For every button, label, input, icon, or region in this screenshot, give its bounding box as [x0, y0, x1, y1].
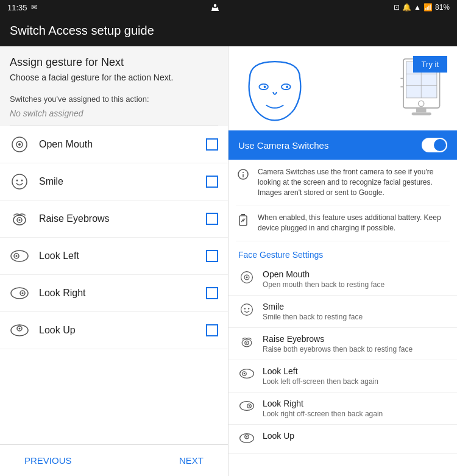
face-illustration — [238, 56, 311, 123]
status-left: 11:35 ✉ — [7, 3, 37, 12]
svg-rect-31 — [416, 108, 427, 112]
fgs-item-smile[interactable]: Smile Smile then back to resting face — [228, 296, 457, 328]
svg-point-45 — [248, 308, 249, 309]
look-up-label: Look Up — [39, 325, 206, 336]
look-right-checkbox[interactable] — [206, 287, 218, 299]
battery-info-icon — [236, 214, 250, 229]
svg-point-2 — [217, 7, 219, 9]
raise-eyebrows-icon — [10, 209, 29, 229]
svg-point-54 — [249, 405, 250, 407]
status-time: 11:35 — [7, 3, 27, 12]
fgs-look-right-desc: Look right off-screen then back again — [263, 410, 383, 418]
gesture-item-look-left[interactable]: Look Left — [0, 238, 228, 275]
svg-point-22 — [264, 86, 266, 88]
status-bar: 11:35 ✉ ⊡ 🔔 ▲ 📶 81% — [0, 0, 457, 15]
signal-icon: 📶 — [423, 3, 433, 12]
svg-point-17 — [22, 293, 24, 294]
fgs-look-up-name: Look Up — [263, 431, 294, 441]
main-row: Assign gesture for Next Choose a facial … — [0, 46, 457, 476]
app-title: Switch Access setup guide — [10, 24, 154, 38]
left-panel: Assign gesture for Next Choose a facial … — [0, 46, 228, 476]
fgs-item-look-right[interactable]: Look Right Look right off-screen then ba… — [228, 393, 457, 425]
assign-subtitle: Choose a facial gesture for the action N… — [10, 73, 218, 82]
svg-point-12 — [11, 250, 28, 261]
svg-point-23 — [282, 84, 291, 90]
fgs-item-look-left[interactable]: Look Left Look left off-screen then back… — [228, 360, 457, 393]
smile-checkbox[interactable] — [206, 176, 218, 188]
wifi-icon: ▲ — [414, 3, 421, 12]
fgs-item-look-up[interactable]: Look Up — [228, 425, 457, 454]
look-right-label: Look Right — [39, 288, 206, 299]
info-section: Camera Switches use the front camera to … — [228, 160, 457, 241]
open-mouth-checkbox[interactable] — [206, 138, 218, 151]
gesture-item-look-right[interactable]: Look Right — [0, 275, 228, 312]
switches-label: Switches you've assigned to this action: — [0, 87, 228, 106]
fgs-look-up-icon — [238, 432, 255, 447]
fgs-item-open-mouth[interactable]: Open Mouth Open mouth then back to resti… — [228, 263, 457, 296]
camera-toggle-bar[interactable]: Use Camera Switches — [228, 130, 457, 160]
svg-rect-32 — [412, 113, 431, 116]
next-button[interactable]: Next — [169, 450, 213, 471]
svg-point-49 — [240, 369, 254, 378]
svg-point-11 — [19, 219, 21, 221]
svg-point-0 — [214, 4, 217, 7]
gesture-item-open-mouth[interactable]: Open Mouth — [0, 126, 228, 163]
fgs-list: Open Mouth Open mouth then back to resti… — [228, 263, 457, 454]
smile-label: Smile — [39, 176, 206, 187]
gesture-item-look-up[interactable]: Look Up — [0, 312, 228, 349]
camera-info-text: Camera Switches use the front camera to … — [258, 167, 450, 197]
camera-info-row: Camera Switches use the front camera to … — [236, 160, 450, 205]
fgs-open-mouth-text: Open Mouth Open mouth then back to resti… — [263, 269, 384, 289]
app-center-icon — [210, 2, 221, 13]
svg-point-52 — [240, 402, 254, 411]
fgs-item-raise-eyebrows[interactable]: Raise Eyebrows Raise both eyebrows then … — [228, 328, 457, 360]
fgs-smile-text: Smile Smile then back to resting face — [263, 302, 363, 321]
svg-point-43 — [241, 304, 253, 316]
open-mouth-label: Open Mouth — [39, 139, 206, 150]
fgs-raise-eyebrows-name: Raise Eyebrows — [263, 334, 413, 344]
look-right-icon — [10, 283, 29, 303]
status-right: ⊡ 🔔 ▲ 📶 81% — [394, 3, 450, 12]
raise-eyebrows-checkbox[interactable] — [206, 213, 218, 225]
fgs-title: Face Gesture Settings — [228, 241, 457, 263]
look-up-icon — [10, 321, 29, 340]
look-up-checkbox[interactable] — [206, 324, 218, 336]
svg-point-1 — [212, 7, 214, 9]
no-switch-text: No switch assigned — [0, 106, 228, 126]
look-left-icon — [10, 246, 29, 266]
camera-toggle-switch[interactable] — [422, 138, 447, 152]
assign-section: Assign gesture for Next Choose a facial … — [0, 46, 228, 87]
fgs-look-left-desc: Look left off-screen then back again — [263, 377, 378, 386]
fgs-raise-eyebrows-desc: Raise both eyebrows then back to resting… — [263, 345, 413, 353]
fgs-raise-eyebrows-text: Raise Eyebrows Raise both eyebrows then … — [263, 334, 413, 353]
gesture-item-raise-eyebrows[interactable]: Raise Eyebrows — [0, 201, 228, 238]
gesture-item-smile[interactable]: Smile — [0, 163, 228, 201]
open-mouth-icon — [10, 135, 29, 154]
svg-point-5 — [18, 143, 21, 146]
battery-info-text: When enabled, this feature uses addition… — [258, 213, 450, 233]
fgs-look-right-icon — [238, 400, 255, 415]
fgs-open-mouth-desc: Open mouth then back to resting face — [263, 280, 384, 289]
notif-icon: 🔔 — [402, 3, 411, 12]
fgs-look-up-text: Look Up — [263, 431, 294, 442]
svg-point-7 — [16, 180, 18, 182]
app-bar: Switch Access setup guide — [0, 15, 457, 46]
fgs-open-mouth-icon — [238, 271, 255, 287]
assign-title: Assign gesture for Next — [10, 56, 218, 69]
camera-toggle-label: Use Camera Switches — [238, 140, 328, 151]
fgs-smile-name: Smile — [263, 302, 363, 311]
look-left-label: Look Left — [39, 250, 206, 261]
previous-button[interactable]: Previous — [15, 450, 82, 471]
cast-icon: ⊡ — [394, 3, 400, 12]
try-it-button[interactable]: Try it — [413, 56, 447, 73]
gesture-list: Open Mouth Smile — [0, 126, 228, 444]
fgs-look-left-name: Look Left — [263, 366, 378, 376]
look-left-checkbox[interactable] — [206, 250, 218, 262]
fgs-smile-desc: Smile then back to resting face — [263, 313, 363, 321]
svg-point-44 — [244, 308, 246, 309]
svg-point-14 — [16, 255, 18, 257]
raise-eyebrows-label: Raise Eyebrows — [39, 213, 206, 224]
svg-point-8 — [21, 180, 23, 182]
svg-point-42 — [246, 276, 247, 278]
fgs-look-right-name: Look Right — [263, 399, 383, 408]
